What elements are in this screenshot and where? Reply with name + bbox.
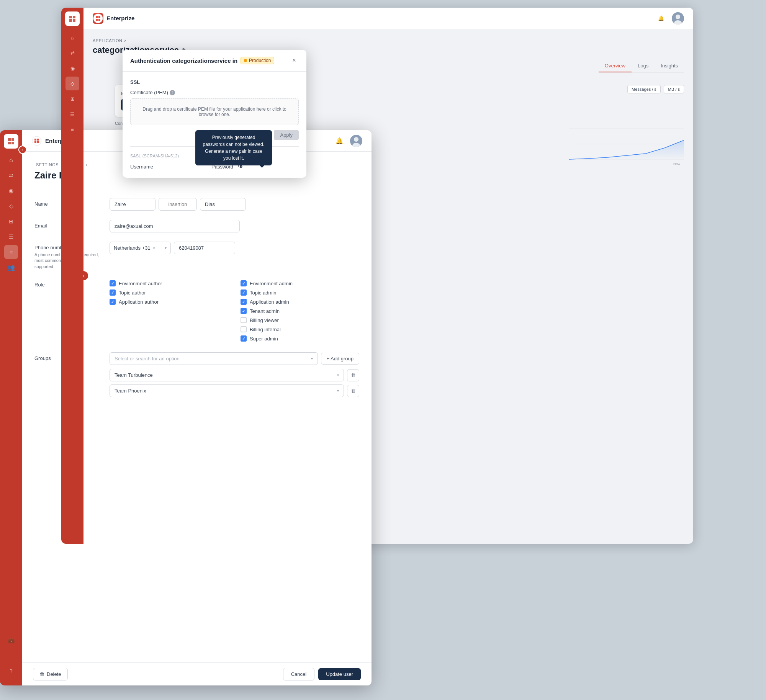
svg-text:Now: Now	[673, 162, 681, 166]
fg-nav-briefcase[interactable]: 💼	[4, 633, 18, 647]
chart-area: Now	[569, 98, 684, 175]
bg-app-name: Enterprize	[106, 15, 134, 21]
bg-tab-overview[interactable]: Overview	[599, 60, 632, 72]
billing-internal-checkbox[interactable]	[241, 326, 247, 332]
auth-modal-close-btn[interactable]: ×	[290, 56, 299, 65]
sidebar-diamond-icon[interactable]: ◇	[65, 77, 79, 90]
cert-drop-zone[interactable]: Drag and drop a certificate PEM file for…	[130, 98, 299, 125]
svg-marker-7	[569, 140, 684, 159]
fg-nav-home[interactable]: ⌂	[4, 153, 18, 167]
app-author-checkbox[interactable]: ✓	[110, 299, 116, 305]
fg-nav-grid[interactable]: ⊞	[4, 214, 18, 228]
app-admin-label: Application admin	[250, 299, 289, 305]
group-phoenix-select[interactable]: Team Phoenix ▾	[110, 384, 344, 397]
sidebar-deploy-icon[interactable]: ◉	[65, 61, 79, 75]
groups-search-select[interactable]: Select or search for an option ▾	[110, 352, 318, 365]
fg-nav-doc[interactable]: ☰	[4, 230, 18, 244]
svg-point-9	[32, 136, 41, 146]
bg-user-avatar[interactable]	[672, 12, 684, 25]
delete-icon: 🗑	[39, 671, 44, 677]
roles-container: ✓ Environment author ✓ Topic author ✓ Ap…	[110, 279, 359, 343]
sidebar-expand-btn[interactable]: ›	[79, 271, 88, 280]
username-label: Username	[130, 164, 161, 170]
role-super-admin: ✓ Super admin	[241, 334, 359, 343]
roles-right: ✓ Environment admin ✓ Topic admin ✓ Appl…	[241, 279, 359, 343]
bg-tab-insights[interactable]: Insights	[655, 60, 684, 72]
fg-nav-help[interactable]: ?	[4, 664, 18, 678]
billing-viewer-checkbox[interactable]	[241, 317, 247, 323]
fg-nav-deploy[interactable]: ◉	[4, 184, 18, 198]
name-fields	[110, 198, 359, 211]
role-app-author: ✓ Application author	[110, 297, 228, 306]
phone-country-select[interactable]: Netherlands +31 × ▾	[110, 242, 171, 254]
group-phoenix-name: Team Phoenix	[115, 388, 146, 394]
update-user-btn[interactable]: Update user	[318, 668, 361, 680]
mb-per-sec-btn[interactable]: MB / s	[664, 85, 684, 93]
fg-notifications-icon[interactable]: 🔔	[333, 135, 345, 147]
email-input[interactable]	[110, 220, 240, 232]
billing-viewer-label: Billing viewer	[250, 317, 279, 323]
foreground-window: › ⌂ ⇄ ◉ ◇ ⊞ ☰ ≡ 👥 💼 ? Enterprize 🔔	[0, 130, 372, 685]
fg-nav-diamond[interactable]: ◇	[4, 199, 18, 213]
last-name-input[interactable]	[200, 198, 246, 211]
role-topic-admin: ✓ Topic admin	[241, 288, 359, 297]
groups-header-row: Select or search for an option ▾ + Add g…	[110, 352, 359, 365]
bg-tab-logs[interactable]: Logs	[632, 60, 655, 72]
app-admin-checkbox[interactable]: ✓	[241, 299, 247, 305]
delete-btn[interactable]: 🗑 Delete	[33, 668, 68, 680]
group-turbulence-delete-btn[interactable]: 🗑	[347, 369, 359, 381]
phone-clear-icon[interactable]: ×	[153, 246, 155, 250]
first-name-input[interactable]	[110, 198, 155, 211]
group-turbulence-select[interactable]: Team Turbulence ▾	[110, 369, 344, 381]
sidebar-sliders-icon[interactable]: ≡	[65, 123, 79, 136]
phone-chevron-icon: ▾	[165, 246, 167, 250]
cert-label: Certificate (PEM) ?	[130, 90, 299, 95]
tooltip-bubble: Previously generated passwords can not b…	[195, 130, 272, 165]
group-phoenix-delete-btn[interactable]: 🗑	[347, 385, 359, 397]
svg-point-0	[93, 14, 103, 23]
super-admin-checkbox[interactable]: ✓	[241, 335, 247, 342]
role-topic-author: ✓ Topic author	[110, 288, 228, 297]
role-billing-viewer: Billing viewer	[241, 316, 359, 325]
group-turbulence-chevron: ▾	[337, 373, 339, 377]
insertion-input[interactable]	[159, 198, 197, 211]
fg-logo-icon	[31, 136, 42, 146]
groups-chevron-icon: ▾	[311, 357, 313, 361]
env-author-label: Environment author	[119, 281, 162, 286]
topic-admin-checkbox[interactable]: ✓	[241, 289, 247, 296]
sidebar-grid-icon[interactable]: ⊞	[65, 92, 79, 106]
fg-sidebar-expand-btn[interactable]: ›	[18, 146, 27, 154]
fg-nav-users[interactable]: 👥	[4, 260, 18, 274]
fg-nav-sliders[interactable]: ≡	[4, 245, 18, 259]
bg-notifications-icon[interactable]: 🔔	[655, 12, 667, 25]
messages-per-sec-btn[interactable]: Messages / s	[627, 85, 661, 93]
fg-user-avatar[interactable]	[350, 135, 362, 147]
sidebar-doc-icon[interactable]: ☰	[65, 107, 79, 121]
production-badge: Production	[241, 57, 274, 64]
cancel-btn[interactable]: Cancel	[283, 668, 314, 680]
tenant-admin-checkbox[interactable]: ✓	[241, 308, 247, 314]
ssl-label: SSL	[130, 79, 299, 85]
env-admin-label: Environment admin	[250, 281, 293, 286]
fg-sidebar-logo	[4, 134, 18, 149]
phone-number-input[interactable]	[174, 242, 235, 254]
cert-help-icon[interactable]: ?	[170, 90, 175, 95]
env-admin-checkbox[interactable]: ✓	[241, 280, 247, 286]
topic-author-checkbox[interactable]: ✓	[110, 289, 116, 296]
svg-point-11	[354, 137, 358, 142]
app-author-label: Application author	[119, 299, 159, 305]
bg-logo-icon	[93, 13, 103, 24]
topic-author-label: Topic author	[119, 290, 146, 296]
roles-grid: ✓ Environment author ✓ Topic author ✓ Ap…	[110, 279, 359, 343]
fg-nav-flow[interactable]: ⇄	[4, 168, 18, 182]
apply-btn[interactable]: Apply	[274, 130, 299, 140]
sidebar-home-icon[interactable]: ⌂	[65, 31, 79, 44]
footer-right: Cancel Update user	[283, 668, 361, 680]
role-billing-internal: Billing internal	[241, 325, 359, 334]
add-group-btn[interactable]: + Add group	[321, 353, 359, 365]
role-env-admin: ✓ Environment admin	[241, 279, 359, 288]
role-app-admin: ✓ Application admin	[241, 297, 359, 306]
sidebar-flow-icon[interactable]: ⇄	[65, 46, 79, 60]
env-author-checkbox[interactable]: ✓	[110, 280, 116, 286]
prod-badge-dot	[244, 59, 247, 62]
